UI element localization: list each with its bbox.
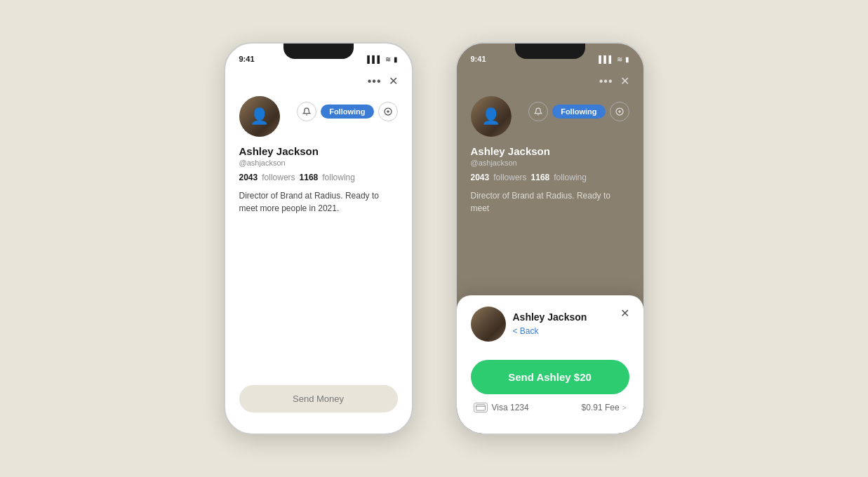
fee-label: $0.91 Fee [582,403,620,412]
card-label: Visa 1234 [492,403,529,412]
phone-1: 9:41 ▌▌▌ ≋ ▮ ••• ✕ 👤 [224,42,413,435]
phone-1-content: ••• ✕ 👤 Following [225,69,412,434]
bell-icon-button-2[interactable] [528,102,548,121]
battery-icon-2: ▮ [625,55,629,63]
phone-1-top-bar: ••• ✕ [239,74,398,88]
battery-icon: ▮ [394,55,398,63]
add-icon-button-2[interactable] [610,102,629,121]
status-time-2: 9:41 [471,55,486,63]
followers-count-2: 2043 [471,173,490,182]
more-options-button-2[interactable]: ••• [599,75,613,88]
phone-notch-2 [515,43,585,59]
phone-2-content: ••• ✕ 👤 Following [457,69,643,434]
modal-top-row: Ashley Jackson < Back ✕ [471,307,629,342]
following-button-2[interactable]: Following [552,105,605,119]
card-icon [474,403,488,412]
profile-actions-2: Following [528,96,629,121]
following-button[interactable]: Following [321,105,373,119]
modal-close-button[interactable]: ✕ [620,307,629,320]
card-info: Visa 1234 [474,403,529,412]
fee-info: $0.91 Fee > [582,403,627,412]
more-options-button[interactable]: ••• [368,75,382,88]
avatar-2: 👤 [471,96,512,137]
phone-notch [283,43,354,59]
followers-count-1: 2043 [239,173,258,182]
send-money-button[interactable]: Send Money [239,385,398,412]
followers-label-1: followers [262,173,295,182]
send-ashley-button[interactable]: Send Ashley $20 [471,360,629,394]
signal-icon-2: ▌▌▌ [599,55,613,63]
following-label-2: following [554,173,587,182]
profile-name-2: Ashley Jackson [471,145,629,157]
payment-modal: Ashley Jackson < Back ✕ Send Ashley $20 [457,295,643,434]
close-button-2[interactable]: ✕ [620,74,629,88]
phones-container: 9:41 ▌▌▌ ≋ ▮ ••• ✕ 👤 [224,42,645,435]
stats-row-2: 2043 followers 1168 following [471,173,629,182]
avatar-image-2: 👤 [471,96,512,137]
signal-icon: ▌▌▌ [367,55,382,63]
status-time-1: 9:41 [239,55,255,63]
profile-actions-1: Following [297,96,397,121]
phone-2-top-bar: ••• ✕ [471,74,629,88]
following-count-1: 1168 [300,173,319,182]
following-count-2: 1168 [531,173,550,182]
modal-name-area: Ashley Jackson < Back [513,311,587,337]
bio-text-2: Director of Brand at Radius. Ready to me… [471,189,629,215]
profile-name-1: Ashley Jackson [239,145,398,157]
phone-2: 9:41 ▌▌▌ ≋ ▮ ••• ✕ 👤 [455,42,645,435]
avatar-1: 👤 [239,96,280,137]
modal-payment-row: Visa 1234 $0.91 Fee > [471,403,629,412]
stats-row-1: 2043 followers 1168 following [239,173,398,182]
status-icons-1: ▌▌▌ ≋ ▮ [367,55,397,63]
add-icon-button[interactable] [378,102,398,121]
followers-label-2: followers [493,173,526,182]
modal-avatar [471,307,506,342]
status-icons-2: ▌▌▌ ≋ ▮ [599,55,629,63]
wifi-icon-2: ≋ [617,55,622,63]
svg-rect-6 [476,405,485,410]
profile-handle-2: @ashjackson [471,159,629,167]
modal-back-button[interactable]: < Back [513,326,539,336]
avatar-image-1: 👤 [239,96,280,137]
modal-profile-row: Ashley Jackson < Back [471,307,587,342]
profile-handle-1: @ashjackson [239,159,398,167]
wifi-icon: ≋ [385,55,391,63]
bio-text-1: Director of Brand at Radius. Ready to me… [239,189,398,215]
profile-row-2: 👤 Following [471,96,629,137]
close-button[interactable]: ✕ [389,74,398,88]
bell-icon-button[interactable] [297,102,316,121]
following-label-1: following [322,173,355,182]
modal-profile-name: Ashley Jackson [513,311,587,323]
chevron-right-icon: > [622,404,627,412]
profile-row-1: 👤 Following [239,96,398,137]
